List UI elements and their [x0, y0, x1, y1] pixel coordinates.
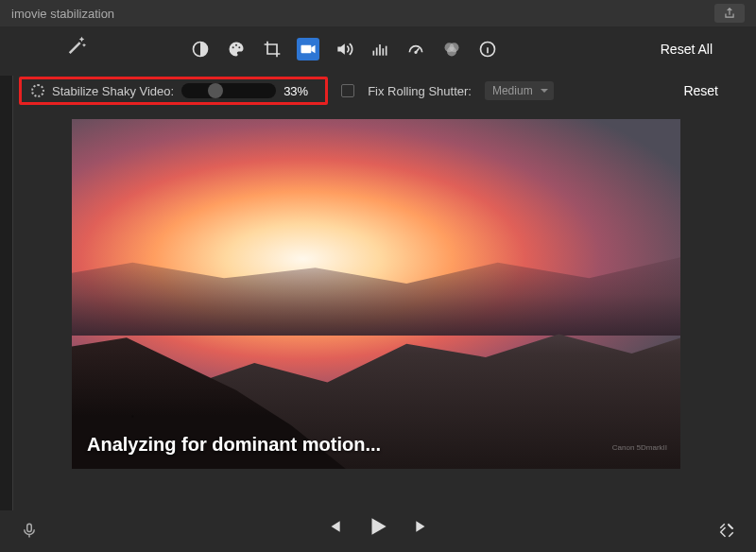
svg-point-1 [232, 46, 234, 48]
stabilize-highlight: Stabilize Shaky Video: 33% [19, 77, 328, 105]
rolling-shutter-label: Fix Rolling Shutter: [368, 84, 472, 98]
skip-forward-icon [413, 517, 432, 536]
volume-icon [335, 40, 353, 59]
stabilize-slider[interactable] [181, 83, 276, 98]
transport-controls [0, 501, 756, 552]
svg-rect-15 [27, 524, 32, 531]
window-title: imovie stabilization [11, 7, 114, 21]
titlebar: imovie stabilization [0, 0, 756, 26]
clip-metadata: Canon 5DmarkII [612, 443, 667, 452]
inspector-toolbar: Reset All [0, 26, 756, 72]
video-preview: Analyzing for dominant motion... Canon 5… [72, 119, 680, 469]
tab-speed[interactable] [404, 38, 427, 60]
skip-back-icon [324, 517, 343, 536]
rolling-shutter-value: Medium [492, 84, 533, 97]
analysis-overlay: Analyzing for dominant motion... [87, 434, 381, 456]
rolling-shutter-dropdown[interactable]: Medium [485, 81, 554, 100]
reset-all-button[interactable]: Reset All [661, 42, 741, 57]
contrast-icon [191, 40, 210, 59]
stabilize-percent: 33% [284, 84, 316, 98]
reset-button[interactable]: Reset [683, 83, 737, 98]
svg-point-13 [447, 47, 456, 57]
tab-crop[interactable] [261, 38, 284, 60]
preview-image-layer [72, 119, 680, 469]
play-button[interactable] [366, 514, 390, 539]
microphone-icon [21, 522, 38, 539]
left-panel-edge [0, 76, 13, 510]
tab-stabilization[interactable] [297, 38, 319, 60]
svg-rect-6 [376, 47, 378, 55]
palette-icon [227, 40, 246, 59]
stabilization-settings: Stabilize Shaky Video: 33% Fix Rolling S… [0, 72, 756, 110]
fullscreen-button[interactable] [718, 522, 735, 539]
svg-rect-8 [383, 48, 385, 55]
prev-frame-button[interactable] [324, 517, 343, 536]
stabilize-label: Stabilize Shaky Video: [52, 84, 174, 98]
filters-icon [442, 40, 461, 59]
tab-filter[interactable] [440, 38, 463, 60]
svg-point-10 [415, 52, 417, 54]
share-icon [723, 7, 736, 20]
svg-rect-4 [301, 45, 312, 53]
expand-icon [718, 522, 735, 539]
tab-volume[interactable] [333, 38, 355, 60]
slider-knob[interactable] [208, 83, 223, 98]
tab-color-correction[interactable] [225, 38, 248, 60]
share-button[interactable] [714, 4, 745, 23]
svg-rect-7 [379, 44, 381, 56]
svg-rect-9 [386, 46, 387, 56]
speedometer-icon [406, 40, 425, 59]
spinner-icon [31, 84, 44, 97]
tab-color-balance[interactable] [189, 38, 212, 60]
wand-icon [66, 34, 87, 55]
info-icon [478, 40, 497, 59]
magic-wand-button[interactable] [66, 34, 87, 55]
crop-icon [263, 40, 282, 59]
next-frame-button[interactable] [413, 517, 432, 536]
inspector-tabs [189, 38, 499, 60]
tab-noise-eq[interactable] [369, 38, 391, 60]
tab-info[interactable] [476, 38, 499, 60]
svg-point-3 [238, 46, 240, 48]
rolling-shutter-checkbox[interactable] [341, 84, 354, 97]
play-icon [366, 514, 390, 539]
svg-point-2 [235, 44, 237, 46]
svg-rect-5 [373, 51, 375, 56]
voiceover-button[interactable] [21, 522, 38, 539]
camera-icon [299, 40, 318, 59]
levels-icon [370, 40, 389, 59]
